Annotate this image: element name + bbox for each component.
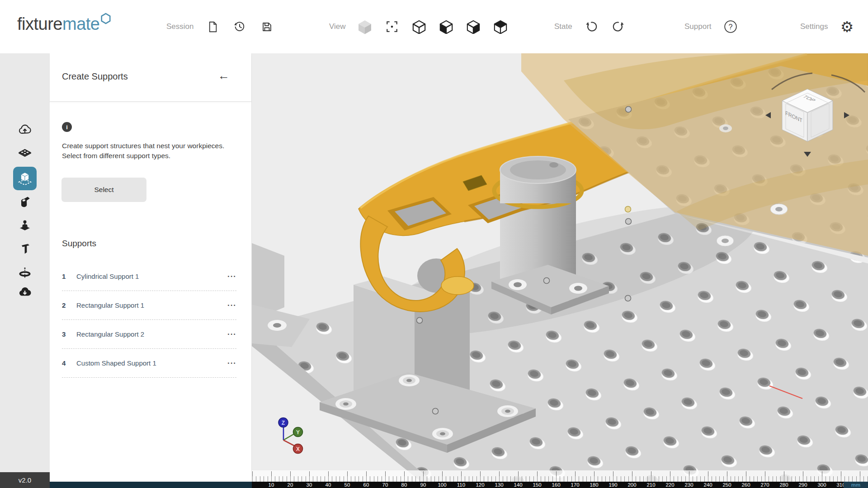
panel-title: Create Supports [62, 71, 128, 82]
rail-item-upload-model[interactable] [18, 123, 32, 137]
ruler-tick-label: 10 [269, 482, 274, 488]
ruler-tick-label: 80 [401, 482, 407, 488]
ruler-tick-label: 90 [420, 482, 426, 488]
help-icon: ? [723, 19, 738, 34]
panel-bottom-statusbar [50, 482, 252, 488]
brand-mate: mate [62, 14, 99, 34]
axis-z-label: Z [282, 420, 285, 426]
rail-item-nest-pocket[interactable] [18, 195, 32, 210]
top-view-button[interactable] [492, 19, 509, 35]
ruler-tick-label: 290 [798, 482, 807, 488]
row-menu-ellipsis-icon[interactable]: ··· [223, 301, 236, 310]
scene-support-cylinder-top[interactable] [494, 156, 582, 207]
support-index: 1 [62, 272, 76, 280]
state-group: State [554, 0, 627, 53]
session-group: Session [166, 0, 275, 53]
ruler-tick-strip [252, 470, 868, 482]
supports-heading: Supports [62, 239, 96, 249]
help-button[interactable]: ? [722, 19, 739, 35]
select-button[interactable]: Select [61, 178, 146, 202]
row-menu-ellipsis-icon[interactable]: ··· [223, 272, 236, 281]
view-label: View [329, 22, 346, 31]
rail-item-lattice[interactable] [18, 266, 32, 281]
create-supports-panel: Create Supports ← i Create support struc… [50, 53, 252, 488]
label-tool-icon [18, 242, 32, 257]
ruler-tick-label: 240 [703, 482, 712, 488]
probe-support-icon [18, 219, 32, 233]
support-row-1[interactable]: 1 Cylindrical Support 1 ··· [62, 262, 236, 291]
new-session-button[interactable] [204, 19, 221, 35]
ruler-tick-label: 60 [363, 482, 369, 488]
right-view-button[interactable] [465, 19, 481, 35]
ruler-tick-label: 300 [817, 482, 826, 488]
session-history-button[interactable] [231, 19, 248, 35]
support-row-2[interactable]: 2 Rectangular Support 1 ··· [62, 291, 236, 320]
support-row-3[interactable]: 3 Rectangular Support 2 ··· [62, 320, 236, 349]
ruler-tick-label: 120 [476, 482, 484, 488]
save-session-button[interactable] [259, 19, 275, 35]
ruler-tick-label: 210 [646, 482, 655, 488]
rail-item-label-tool[interactable] [18, 242, 32, 257]
rail-item-probe-support[interactable] [18, 219, 32, 233]
cube-left-face-icon [439, 19, 453, 34]
rail-item-download-export[interactable] [18, 285, 32, 300]
view-group: View [329, 0, 509, 53]
rail-item-create-supports[interactable] [13, 167, 37, 190]
supports-list: 1 Cylindrical Support 1 ··· 2 Rectangula… [62, 262, 236, 378]
cloud-download-icon [18, 285, 32, 300]
tool-rail [0, 53, 50, 488]
row-menu-ellipsis-icon[interactable]: ··· [223, 330, 236, 339]
support-label: Cylindrical Support 1 [76, 272, 223, 280]
cube-top-face-icon [493, 19, 508, 34]
undo-button[interactable] [583, 19, 599, 35]
ruler-numbers: 1020304050607080901001101201301401501601… [252, 482, 868, 488]
support-index: 4 [62, 359, 76, 367]
ruler-tick-label: 270 [760, 482, 769, 488]
support-label: Rectangular Support 1 [76, 301, 223, 309]
info-icon: i [62, 122, 72, 132]
ruler-tick-label: 50 [344, 482, 350, 488]
cloud-upload-icon [18, 123, 32, 137]
shaded-view-button[interactable] [357, 19, 373, 35]
lattice-icon [18, 266, 32, 281]
support-label: Support [684, 22, 712, 31]
save-icon [261, 21, 273, 33]
support-index: 3 [62, 330, 76, 338]
row-menu-ellipsis-icon[interactable]: ··· [223, 359, 236, 368]
fit-view-button[interactable] [384, 19, 400, 35]
back-arrow-button[interactable]: ← [218, 70, 230, 81]
ruler-tick-label: 140 [514, 482, 522, 488]
gear-icon: ⚙ [840, 19, 854, 34]
fixturemate-app: fixturemate Session [0, 0, 868, 488]
rail-item-baseplate[interactable] [18, 147, 32, 162]
cube-right-face-icon [466, 19, 481, 34]
baseplate-icon [18, 147, 32, 162]
fit-view-icon [385, 20, 399, 33]
ruler-tick-label: 280 [779, 482, 788, 488]
axis-x-label: X [296, 446, 300, 452]
settings-button[interactable]: ⚙ [839, 19, 855, 35]
wireframe-cube-icon [412, 19, 426, 34]
ruler-tick-label: 170 [571, 482, 579, 488]
wireframe-view-button[interactable] [411, 19, 427, 35]
ruler-tick-label: 40 [326, 482, 331, 488]
brand-hexagon-icon [100, 13, 111, 24]
scene-canvas[interactable]: TOP FRONT Z Y X [252, 53, 868, 488]
settings-label: Settings [800, 22, 828, 31]
ruler-tick-label: 30 [307, 482, 312, 488]
create-supports-icon [17, 171, 33, 186]
session-label: Session [166, 22, 193, 31]
support-row-4[interactable]: 4 Custom Shaped Support 1 ··· [62, 349, 236, 378]
nest-pocket-icon [18, 195, 32, 210]
redo-button[interactable] [610, 19, 627, 35]
state-label: State [554, 22, 572, 31]
version-label: v2.0 [0, 472, 50, 488]
new-file-icon [207, 21, 219, 33]
left-view-button[interactable] [438, 19, 454, 35]
ruler-tick-label: 70 [382, 482, 388, 488]
ruler-tick-label: 260 [741, 482, 750, 488]
shaded-cube-icon [357, 19, 373, 34]
viewport-3d[interactable]: TOP FRONT Z Y X 102 [252, 53, 868, 488]
svg-text:?: ? [728, 23, 732, 31]
ruler-tick-label: 200 [627, 482, 636, 488]
